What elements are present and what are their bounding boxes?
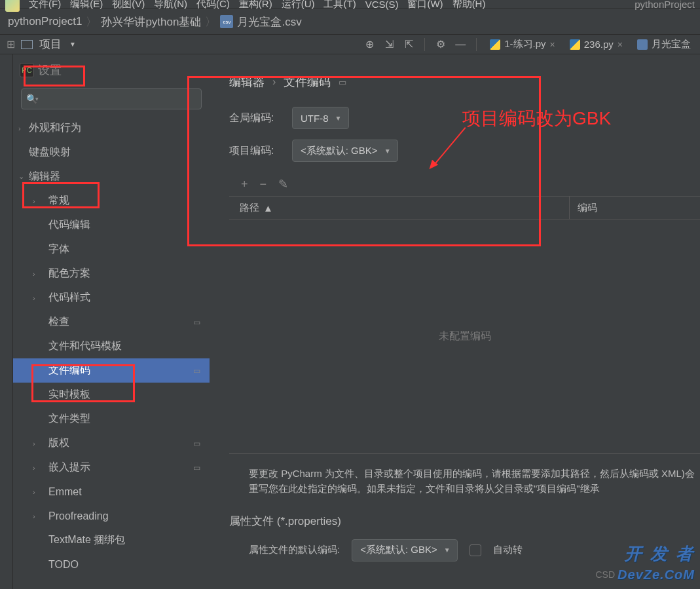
settings-tree-item[interactable]: ›配色方案 bbox=[13, 261, 210, 286]
props-encoding-select[interactable]: <系统默认: GBK> ▼ bbox=[352, 539, 458, 561]
editor-tab[interactable]: 236.py × bbox=[564, 36, 628, 52]
settings-tree-item[interactable]: ›Proofreading bbox=[13, 504, 210, 528]
scope-badge-icon: ▭ bbox=[193, 318, 200, 327]
chevron-down-icon: ▼ bbox=[335, 115, 342, 122]
settings-tree-item[interactable]: ›Emmet bbox=[13, 480, 210, 504]
close-icon[interactable]: × bbox=[617, 39, 623, 50]
settings-tree-item[interactable]: ›嵌入提示▭ bbox=[13, 455, 210, 480]
tree-item-label: 版权 bbox=[48, 436, 69, 450]
tree-item-label: TextMate 捆绑包 bbox=[48, 533, 125, 547]
select-value: <系统默认: GBK> bbox=[301, 145, 378, 157]
divider bbox=[476, 38, 477, 51]
add-icon[interactable]: + bbox=[241, 178, 248, 191]
collapse-icon[interactable]: ⇱ bbox=[401, 37, 416, 52]
app-logo-icon bbox=[5, 0, 20, 12]
settings-tree-item[interactable]: 检查▭ bbox=[13, 310, 210, 334]
tree-item-label: 代码样式 bbox=[48, 291, 90, 305]
tree-item-label: TODO bbox=[48, 559, 79, 571]
settings-tree-item[interactable]: 实时模板 bbox=[13, 383, 210, 407]
tree-item-label: 实时模板 bbox=[48, 388, 90, 402]
project-encoding-label: 项目编码: bbox=[229, 144, 284, 158]
settings-tree-item[interactable]: 字体 bbox=[13, 237, 210, 261]
python-file-icon bbox=[490, 39, 500, 50]
sort-asc-icon: ▲ bbox=[263, 202, 273, 214]
settings-tree-item[interactable]: ›外观和行为 bbox=[13, 116, 210, 140]
chevron-icon: › bbox=[33, 294, 35, 302]
chevron-right-icon: 〉 bbox=[86, 14, 97, 29]
props-encoding-label: 属性文件的默认编码: bbox=[249, 544, 340, 556]
tab-label: 236.py bbox=[584, 39, 614, 50]
content-breadcrumb-b: 文件编码 bbox=[284, 74, 331, 90]
menu-file[interactable]: 文件(F) bbox=[29, 0, 61, 10]
gear-icon[interactable]: ⚙ bbox=[433, 37, 449, 52]
menu-edit[interactable]: 编辑(E) bbox=[70, 0, 103, 10]
menu-tools[interactable]: 工具(T) bbox=[323, 0, 356, 10]
close-icon[interactable]: × bbox=[550, 39, 555, 50]
minimize-icon[interactable]: — bbox=[452, 37, 468, 52]
breadcrumb-item[interactable]: 月光宝盒.csv bbox=[237, 14, 301, 29]
csv-file-icon bbox=[637, 39, 648, 50]
menu-nav[interactable]: 导航(N) bbox=[154, 0, 187, 10]
auto-convert-checkbox[interactable] bbox=[470, 544, 481, 556]
settings-tree-item[interactable]: 键盘映射 bbox=[13, 140, 210, 164]
remove-icon[interactable]: − bbox=[260, 178, 267, 191]
tree-item-label: 检查 bbox=[48, 315, 69, 329]
chevron-right-icon: › bbox=[272, 76, 276, 88]
scope-badge-icon: ▭ bbox=[193, 366, 200, 375]
menu-code[interactable]: 代码(C) bbox=[196, 0, 230, 10]
encoding-table-empty: 未配置编码 bbox=[229, 219, 700, 454]
tree-item-label: 文件和代码模板 bbox=[48, 339, 122, 353]
csv-file-icon: csv bbox=[220, 15, 233, 28]
chevron-down-icon: ▼ bbox=[444, 546, 451, 554]
expand-icon[interactable]: ⇲ bbox=[381, 37, 397, 52]
select-value: <系统默认: GBK> bbox=[360, 544, 437, 556]
tree-item-label: 文件编码 bbox=[48, 364, 90, 377]
settings-tree-item[interactable]: 代码编辑 bbox=[13, 213, 210, 237]
breadcrumb-item[interactable]: pythonProject1 bbox=[8, 15, 82, 28]
pycharm-icon: PC bbox=[20, 63, 34, 77]
tool-window-icon[interactable]: ⊞ bbox=[4, 35, 17, 54]
python-file-icon bbox=[570, 39, 580, 50]
settings-tree-item[interactable]: TextMate 捆绑包 bbox=[13, 528, 210, 552]
chevron-icon: › bbox=[18, 124, 21, 132]
settings-tree-item[interactable]: ›常规 bbox=[13, 189, 210, 213]
global-encoding-label: 全局编码: bbox=[229, 111, 284, 125]
tree-item-label: 配色方案 bbox=[48, 267, 90, 280]
settings-tree-item[interactable]: 文件类型 bbox=[13, 407, 210, 431]
editor-tab[interactable]: 月光宝盒 bbox=[632, 35, 696, 53]
scope-badge-icon: ▭ bbox=[339, 77, 346, 87]
divider bbox=[424, 38, 425, 51]
menu-run[interactable]: 运行(U) bbox=[282, 0, 315, 10]
settings-tree-item[interactable]: ⌄编辑器 bbox=[13, 164, 210, 189]
breadcrumb-item[interactable]: 孙兴华讲python基础 bbox=[101, 14, 201, 29]
project-encoding-select[interactable]: <系统默认: GBK> ▼ bbox=[292, 140, 398, 162]
menu-window[interactable]: 窗口(W) bbox=[407, 0, 443, 10]
edit-icon[interactable]: ✎ bbox=[278, 177, 288, 191]
settings-title: 设置 bbox=[38, 62, 62, 78]
menu-view[interactable]: 视图(V) bbox=[112, 0, 145, 10]
table-col-encoding[interactable]: 编码 bbox=[569, 197, 700, 219]
auto-convert-label: 自动转 bbox=[493, 544, 523, 556]
settings-search-input[interactable] bbox=[21, 88, 202, 109]
target-icon[interactable]: ⊕ bbox=[361, 37, 377, 52]
settings-tree-item[interactable]: 文件和代码模板 bbox=[13, 334, 210, 358]
select-value: UTF-8 bbox=[301, 113, 329, 124]
chevron-icon: › bbox=[33, 197, 35, 205]
settings-tree-item[interactable]: TODO bbox=[13, 552, 210, 577]
menu-help[interactable]: 帮助(H) bbox=[452, 0, 486, 10]
tab-label: 1-练习.py bbox=[504, 38, 545, 50]
menu-refactor[interactable]: 重构(R) bbox=[239, 0, 272, 10]
settings-tree-item[interactable]: ›版权▭ bbox=[13, 431, 210, 455]
settings-tree-item[interactable]: ›代码样式 bbox=[13, 286, 210, 310]
chevron-down-icon[interactable]: ▼ bbox=[69, 41, 76, 48]
global-encoding-select[interactable]: UTF-8 ▼ bbox=[292, 107, 349, 129]
help-text: 要更改 PyCharm 为文件、目录或整个项目使用的编码，请根据需要添加其路径，… bbox=[229, 454, 700, 508]
chevron-icon: › bbox=[33, 440, 35, 447]
project-selector[interactable]: 项目 bbox=[39, 37, 62, 52]
table-col-path[interactable]: 路径 ▲ bbox=[229, 202, 569, 214]
chevron-down-icon: ▼ bbox=[384, 147, 391, 155]
tree-item-label: 键盘映射 bbox=[29, 145, 71, 159]
menu-vcs[interactable]: VCS(S) bbox=[365, 0, 399, 10]
editor-tab[interactable]: 1-练习.py × bbox=[485, 35, 561, 53]
settings-tree-item[interactable]: 文件编码▭ bbox=[13, 358, 210, 383]
